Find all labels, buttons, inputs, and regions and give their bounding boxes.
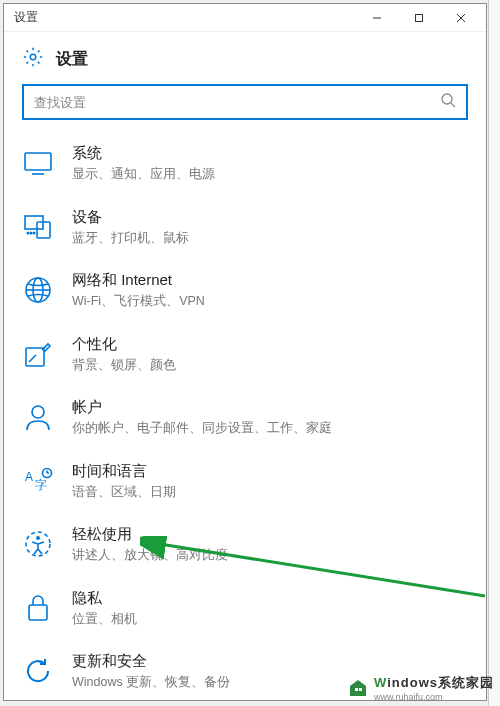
network-icon xyxy=(22,274,54,306)
item-personalization[interactable]: 个性化 背景、锁屏、颜色 xyxy=(22,323,478,387)
close-button[interactable] xyxy=(440,4,482,32)
accounts-icon xyxy=(22,401,54,433)
update-icon xyxy=(22,655,54,687)
search-box[interactable] xyxy=(22,84,468,120)
svg-text:字: 字 xyxy=(35,478,47,492)
privacy-icon xyxy=(22,592,54,624)
personalization-icon xyxy=(22,338,54,370)
svg-point-12 xyxy=(30,232,31,233)
item-sub: 蓝牙、打印机、鼠标 xyxy=(72,230,468,248)
item-title: 时间和语言 xyxy=(72,462,468,481)
watermark-line2: www.ruhaifu.com xyxy=(374,692,494,702)
svg-point-26 xyxy=(36,536,40,540)
item-title: 设备 xyxy=(72,208,468,227)
search-icon xyxy=(440,92,456,112)
item-title: 轻松使用 xyxy=(72,525,468,544)
watermark: Windows系统家园 www.ruhaifu.com xyxy=(340,670,500,706)
svg-text:A: A xyxy=(25,470,33,484)
svg-rect-31 xyxy=(359,688,362,691)
item-title: 个性化 xyxy=(72,335,468,354)
item-sub: 显示、通知、应用、电源 xyxy=(72,166,468,184)
svg-rect-30 xyxy=(355,688,358,691)
item-network[interactable]: 网络和 Internet Wi-Fi、飞行模式、VPN xyxy=(22,259,478,323)
item-title: 系统 xyxy=(72,144,468,163)
item-sub: 语音、区域、日期 xyxy=(72,484,468,502)
background-edge xyxy=(488,0,500,706)
item-system[interactable]: 系统 显示、通知、应用、电源 xyxy=(22,132,478,196)
item-accounts[interactable]: 帐户 你的帐户、电子邮件、同步设置、工作、家庭 xyxy=(22,386,478,450)
svg-line-6 xyxy=(451,103,455,107)
item-sub: 背景、锁屏、颜色 xyxy=(72,357,468,375)
minimize-button[interactable] xyxy=(356,4,398,32)
item-sub: Wi-Fi、飞行模式、VPN xyxy=(72,293,468,311)
devices-icon xyxy=(22,211,54,243)
svg-point-4 xyxy=(30,54,36,60)
item-title: 网络和 Internet xyxy=(72,271,468,290)
item-ease-of-access[interactable]: 轻松使用 讲述人、放大镜、高对比度 xyxy=(22,513,478,577)
item-sub: 你的帐户、电子邮件、同步设置、工作、家庭 xyxy=(72,420,468,438)
page-title: 设置 xyxy=(56,49,88,70)
item-title: 帐户 xyxy=(72,398,468,417)
search-input[interactable] xyxy=(34,95,440,110)
svg-rect-1 xyxy=(416,14,423,21)
item-devices[interactable]: 设备 蓝牙、打印机、鼠标 xyxy=(22,196,478,260)
title-bar: 设置 xyxy=(4,4,486,32)
item-time-language[interactable]: A 字 时间和语言 语音、区域、日期 xyxy=(22,450,478,514)
svg-point-19 xyxy=(32,406,44,418)
ease-icon xyxy=(22,528,54,560)
item-title: 更新和安全 xyxy=(72,652,468,671)
item-sub: 讲述人、放大镜、高对比度 xyxy=(72,547,468,565)
svg-rect-27 xyxy=(29,605,47,620)
system-icon xyxy=(22,147,54,179)
svg-rect-7 xyxy=(25,153,51,170)
settings-list: 系统 显示、通知、应用、电源 设备 蓝牙、打印机、鼠标 xyxy=(4,128,486,706)
gear-icon xyxy=(22,46,44,72)
watermark-logo-icon xyxy=(346,676,370,700)
svg-line-18 xyxy=(29,355,36,362)
header: 设置 xyxy=(4,32,486,84)
search-container xyxy=(4,84,486,128)
window-title: 设置 xyxy=(14,9,356,26)
time-language-icon: A 字 xyxy=(22,465,54,497)
settings-window: 设置 设置 xyxy=(3,3,487,701)
svg-point-11 xyxy=(27,232,28,233)
item-title: 隐私 xyxy=(72,589,468,608)
svg-point-13 xyxy=(33,232,34,233)
watermark-line1: Windows系统家园 xyxy=(374,674,494,692)
maximize-button[interactable] xyxy=(398,4,440,32)
item-sub: 位置、相机 xyxy=(72,611,468,629)
svg-point-5 xyxy=(442,94,452,104)
item-privacy[interactable]: 隐私 位置、相机 xyxy=(22,577,478,641)
